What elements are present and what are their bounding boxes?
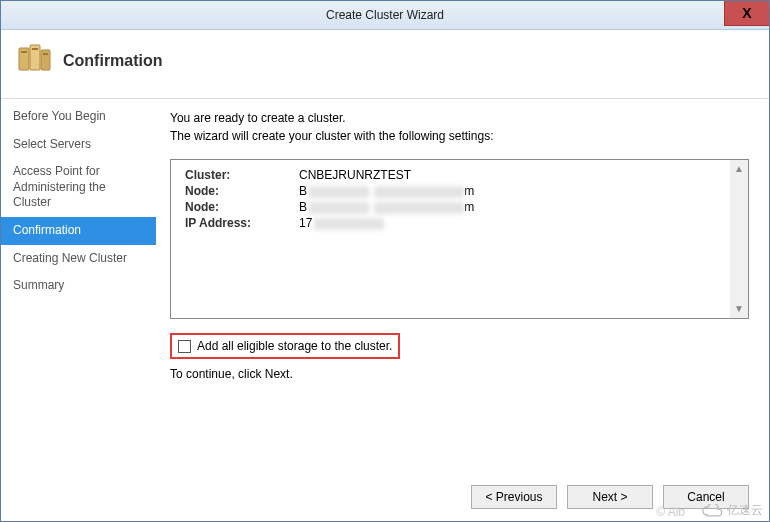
cloud-icon: [701, 504, 723, 518]
wizard-body: Before You Begin Select Servers Access P…: [1, 99, 769, 475]
titlebar[interactable]: Create Cluster Wizard X: [1, 1, 769, 30]
settings-label: Node:: [185, 200, 295, 214]
intro-text: You are ready to create a cluster. The w…: [170, 109, 749, 145]
wizard-header: Confirmation: [1, 30, 769, 99]
intro-line-1: You are ready to create a cluster.: [170, 111, 346, 125]
checkbox-icon[interactable]: [178, 340, 191, 353]
svg-rect-5: [43, 53, 48, 55]
wizard-window: Create Cluster Wizard X Confirmation Bef…: [0, 0, 770, 522]
next-button[interactable]: Next >: [567, 485, 653, 509]
page-title: Confirmation: [63, 52, 163, 70]
watermark-copyright: © Alb: [656, 505, 685, 519]
add-storage-checkbox-row[interactable]: Add all eligible storage to the cluster.: [170, 333, 400, 359]
settings-label: Node:: [185, 184, 295, 198]
sidebar-item-access-point[interactable]: Access Point for Administering the Clust…: [1, 158, 156, 217]
settings-row-ip: IP Address: 17: [185, 216, 742, 230]
scroll-down-icon[interactable]: ▼: [734, 304, 744, 314]
svg-rect-4: [32, 48, 38, 50]
sidebar: Before You Begin Select Servers Access P…: [1, 99, 156, 475]
wizard-footer: < Previous Next > Cancel: [1, 473, 769, 521]
scroll-up-icon[interactable]: ▲: [734, 164, 744, 174]
sidebar-item-confirmation[interactable]: Confirmation: [1, 217, 156, 245]
sidebar-item-creating-new-cluster[interactable]: Creating New Cluster: [1, 245, 156, 273]
svg-rect-3: [21, 51, 27, 53]
continue-text: To continue, click Next.: [170, 367, 749, 381]
redacted-block: [374, 186, 464, 198]
settings-listbox[interactable]: Cluster: CNBEJRUNRZTEST Node: B m Node: …: [170, 159, 749, 319]
content-panel: You are ready to create a cluster. The w…: [156, 99, 769, 475]
sidebar-item-summary[interactable]: Summary: [1, 272, 156, 300]
redacted-block: [309, 186, 369, 198]
settings-row-node2: Node: B m: [185, 200, 742, 214]
watermark-brand: 亿速云: [701, 502, 763, 519]
settings-label: IP Address:: [185, 216, 295, 230]
redacted-block: [314, 218, 384, 230]
settings-value: CNBEJRUNRZTEST: [299, 168, 742, 182]
redacted-block: [309, 202, 369, 214]
settings-row-cluster: Cluster: CNBEJRUNRZTEST: [185, 168, 742, 182]
sidebar-item-select-servers[interactable]: Select Servers: [1, 131, 156, 159]
settings-row-node1: Node: B m: [185, 184, 742, 198]
cluster-icon: [15, 42, 53, 80]
settings-value: B m: [299, 200, 742, 214]
redacted-block: [374, 202, 464, 214]
settings-label: Cluster:: [185, 168, 295, 182]
close-button[interactable]: X: [724, 1, 769, 26]
sidebar-item-before-you-begin[interactable]: Before You Begin: [1, 103, 156, 131]
close-icon: X: [742, 5, 751, 21]
scrollbar[interactable]: ▲ ▼: [730, 160, 748, 318]
window-title: Create Cluster Wizard: [326, 8, 444, 22]
intro-line-2: The wizard will create your cluster with…: [170, 129, 493, 143]
settings-value: 17: [299, 216, 742, 230]
settings-value: B m: [299, 184, 742, 198]
checkbox-label: Add all eligible storage to the cluster.: [197, 339, 392, 353]
previous-button[interactable]: < Previous: [471, 485, 557, 509]
